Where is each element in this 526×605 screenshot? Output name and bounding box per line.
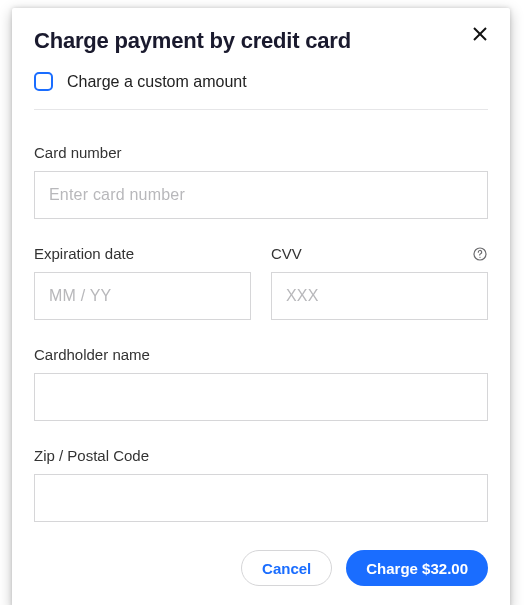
cardholder-label: Cardholder name: [34, 346, 488, 363]
modal-footer: Cancel Charge $32.00: [34, 550, 488, 586]
expiration-label: Expiration date: [34, 245, 251, 262]
custom-amount-row[interactable]: Charge a custom amount: [34, 72, 488, 91]
close-button[interactable]: [468, 22, 492, 46]
custom-amount-label: Charge a custom amount: [67, 73, 247, 91]
expiration-input[interactable]: [34, 272, 251, 320]
cvv-help-button[interactable]: [472, 246, 488, 262]
zip-input[interactable]: [34, 474, 488, 522]
modal-title: Charge payment by credit card: [34, 28, 488, 54]
expiration-field: Expiration date: [34, 245, 251, 320]
cvv-input[interactable]: [271, 272, 488, 320]
close-icon: [472, 26, 488, 42]
charge-button[interactable]: Charge $32.00: [346, 550, 488, 586]
cvv-field: CVV: [271, 245, 488, 320]
zip-label: Zip / Postal Code: [34, 447, 488, 464]
card-number-field: Card number: [34, 144, 488, 219]
card-number-input[interactable]: [34, 171, 488, 219]
custom-amount-checkbox[interactable]: [34, 72, 53, 91]
payment-modal: Charge payment by credit card Charge a c…: [12, 8, 510, 605]
help-icon: [473, 247, 487, 261]
card-number-label: Card number: [34, 144, 488, 161]
cancel-button[interactable]: Cancel: [241, 550, 332, 586]
cvv-label: CVV: [271, 245, 302, 262]
zip-field: Zip / Postal Code: [34, 447, 488, 522]
divider: [34, 109, 488, 110]
svg-point-3: [479, 256, 480, 257]
cardholder-input[interactable]: [34, 373, 488, 421]
cardholder-field: Cardholder name: [34, 346, 488, 421]
